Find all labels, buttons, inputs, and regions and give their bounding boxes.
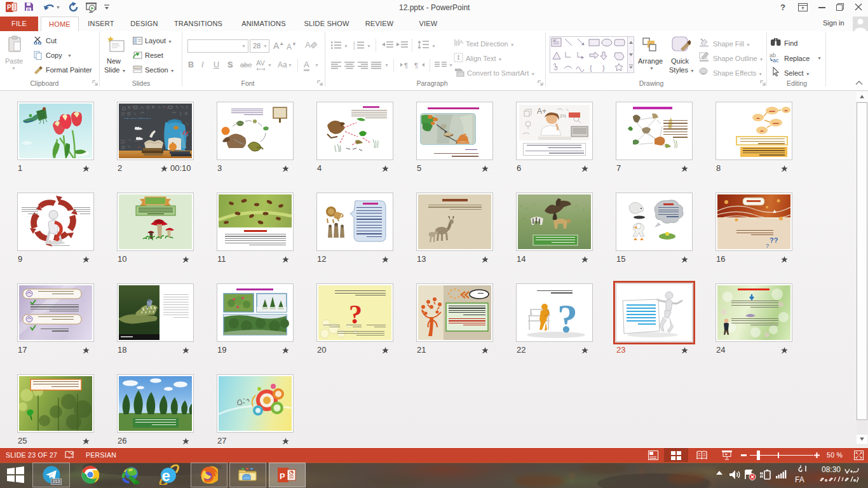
svg-text:A+: A+ (537, 107, 546, 116)
svg-text:}: } (602, 64, 605, 72)
svg-text:3: 3 (353, 46, 355, 50)
svg-text:▬: ▬ (757, 116, 760, 119)
svg-text:A: A (305, 40, 311, 50)
svg-text:A: A (553, 39, 555, 43)
svg-text:2½: 2½ (560, 114, 566, 118)
svg-text:▬▬: ▬▬ (773, 121, 780, 125)
svg-text:?: ? (557, 296, 578, 340)
svg-text:~•~•~~••~•~: ~•~•~~••~•~ (124, 116, 152, 120)
svg-text:¶: ¶ (414, 62, 418, 69)
svg-text:P: P (280, 471, 285, 481)
svg-text:▬: ▬ (761, 129, 764, 132)
svg-text:▬: ▬ (785, 109, 788, 112)
svg-text:??: ?? (770, 236, 778, 244)
svg-text:ac: ac (773, 57, 779, 62)
svg-text:A: A (459, 39, 463, 45)
svg-text:▬▬: ▬▬ (770, 109, 776, 112)
svg-text:P: P (7, 4, 11, 11)
svg-text:¶: ¶ (404, 62, 408, 69)
svg-text:?: ? (766, 243, 769, 249)
svg-text:e: e (162, 467, 170, 484)
svg-text:{: { (590, 64, 592, 72)
